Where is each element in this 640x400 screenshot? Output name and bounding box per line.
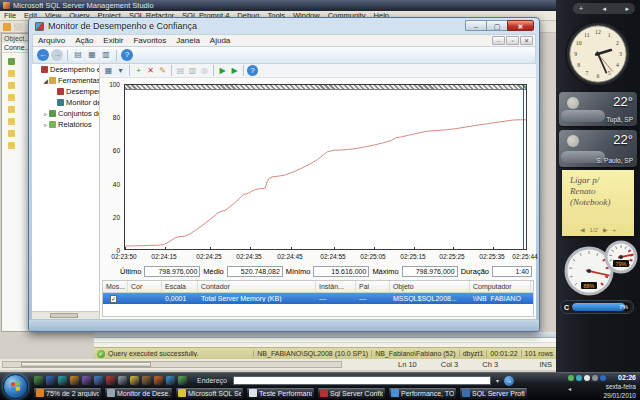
sidebar-controls[interactable]: + ◂ ▸: [573, 3, 635, 14]
perfmon-menu-item[interactable]: Favoritos: [128, 36, 171, 45]
column-header[interactable]: Contador: [198, 281, 316, 292]
copy-properties-icon[interactable]: ▤: [175, 65, 186, 76]
quicklaunch-icon[interactable]: [142, 376, 151, 385]
taskbar-window-button[interactable]: SQL Server Profile...: [459, 387, 528, 399]
child-restore-button[interactable]: ▫: [506, 36, 519, 45]
tree-item[interactable]: Desempenho d...: [32, 86, 99, 97]
object-explorer-node-icon[interactable]: [8, 94, 15, 101]
weather-gadget-saopaulo[interactable]: 22° S. Paulo, SP: [559, 130, 637, 167]
perfmon-menu-item[interactable]: Ajuda: [205, 36, 235, 45]
maximize-button[interactable]: ▢: [486, 20, 507, 31]
quicklaunch-icon[interactable]: [58, 376, 67, 385]
object-explorer-node-icon[interactable]: [8, 142, 15, 149]
column-header[interactable]: Pai: [356, 281, 390, 292]
update-data-icon[interactable]: ▶: [229, 65, 240, 76]
show-hide-tree-icon[interactable]: ▤: [72, 49, 84, 61]
notes-gadget[interactable]: Ligar p/Renato(Notebook) ◀ 1/2 ▶ +: [562, 170, 634, 236]
taskbar-window-button[interactable]: 75% de 2 arquivo...: [33, 387, 102, 399]
column-header[interactable]: Escala: [162, 281, 198, 292]
quicklaunch-icon[interactable]: [154, 376, 163, 385]
close-button[interactable]: ✕: [507, 20, 534, 31]
horizontal-scrollbar[interactable]: [2, 361, 342, 368]
object-explorer-node-icon[interactable]: [8, 130, 15, 137]
child-close-button[interactable]: ✕: [520, 36, 533, 45]
child-minimize-button[interactable]: –: [492, 36, 505, 45]
tree-horizontal-scrollbar[interactable]: [32, 311, 99, 319]
object-explorer-node-icon[interactable]: [8, 118, 15, 125]
address-input[interactable]: [233, 376, 491, 385]
object-explorer-node-icon[interactable]: [8, 106, 15, 113]
scrollbar-thumb[interactable]: [21, 362, 151, 367]
new-query-icon[interactable]: [3, 23, 11, 31]
note-next-icon[interactable]: ▶: [603, 226, 608, 233]
perfmon-titlebar[interactable]: Monitor de Desempenho e Confiança – ▢ ✕: [29, 18, 539, 34]
help-icon[interactable]: ?: [247, 65, 258, 76]
chart-type-icon[interactable]: ▾: [115, 65, 126, 76]
perfmon-menu-item[interactable]: Arquivo: [33, 36, 70, 45]
expanded-arrow-icon[interactable]: ◢: [42, 77, 49, 84]
quicklaunch-icon[interactable]: [34, 376, 43, 385]
zoom-icon[interactable]: ◎: [199, 65, 210, 76]
open-file-icon[interactable]: [14, 23, 22, 31]
weather-gadget-tupa[interactable]: 22° Tupã, SP: [559, 92, 637, 126]
column-header[interactable]: Cor: [128, 281, 162, 292]
quicklaunch-icon[interactable]: [46, 376, 55, 385]
add-counter-icon[interactable]: +: [133, 65, 144, 76]
column-header[interactable]: Computador: [470, 281, 531, 292]
tray-clock[interactable]: 02:26: [618, 374, 636, 381]
cpu-meter-gadget[interactable]: 88%79%: [558, 240, 638, 296]
minimize-button[interactable]: –: [465, 20, 486, 31]
delete-counter-icon[interactable]: ✕: [145, 65, 156, 76]
tray-status-icon[interactable]: [600, 375, 606, 381]
quicklaunch-icon[interactable]: [166, 376, 175, 385]
quicklaunch-icon[interactable]: [94, 376, 103, 385]
back-icon[interactable]: ←: [37, 49, 49, 61]
properties-icon[interactable]: ▦: [86, 49, 98, 61]
quicklaunch-icon[interactable]: [106, 376, 115, 385]
column-header[interactable]: Objeto: [390, 281, 470, 292]
prev-page-icon[interactable]: ◂: [603, 5, 607, 13]
perfmon-menu-item[interactable]: Janela: [171, 36, 205, 45]
note-prev-icon[interactable]: ◀: [580, 226, 585, 233]
highlight-icon[interactable]: ✎: [157, 65, 168, 76]
quicklaunch-icon[interactable]: [130, 376, 139, 385]
tray-status-icon[interactable]: [584, 375, 590, 381]
ssms-menu-item[interactable]: File: [0, 11, 20, 20]
object-explorer-node-icon[interactable]: [8, 70, 15, 77]
column-header[interactable]: Instân...: [316, 281, 356, 292]
checkbox-checked-icon[interactable]: ✓: [110, 295, 117, 303]
object-explorer-node-icon[interactable]: [8, 82, 15, 89]
taskbar-window-button[interactable]: Monitor de Dese...: [104, 387, 173, 399]
column-header[interactable]: Mos...: [103, 281, 128, 292]
freeze-display-icon[interactable]: ▶: [217, 65, 228, 76]
note-add-icon[interactable]: +: [613, 227, 617, 233]
tray-status-icon[interactable]: [592, 375, 598, 381]
tree-item[interactable]: Desempenho e Confi...: [32, 64, 99, 75]
export-icon[interactable]: ▥: [100, 49, 112, 61]
quicklaunch-icon[interactable]: [178, 376, 187, 385]
taskbar-window-button[interactable]: Microsoft SQL Ser...: [175, 387, 244, 399]
add-gadget-icon[interactable]: +: [579, 5, 583, 12]
paste-counter-list-icon[interactable]: ▥: [187, 65, 198, 76]
clock-gadget[interactable]: 123456789101112: [564, 20, 632, 88]
tray-status-icon[interactable]: [568, 375, 574, 381]
collapsed-arrow-icon[interactable]: ▹: [42, 110, 49, 117]
help-icon[interactable]: ?: [121, 49, 133, 61]
quicklaunch-icon[interactable]: [82, 376, 91, 385]
tray-status-icon[interactable]: [576, 375, 582, 381]
taskbar-window-button[interactable]: Sql Server Config...: [317, 387, 386, 399]
scrollbar-thumb[interactable]: [50, 313, 78, 318]
tree-item[interactable]: ▹Relatórios: [32, 119, 99, 130]
taskbar-window-button[interactable]: Teste Performanc...: [246, 387, 315, 399]
next-page-icon[interactable]: ▸: [625, 5, 629, 13]
perfmon-menu-item[interactable]: Exibir: [98, 36, 128, 45]
tree-item[interactable]: ▹Conjuntos de Col...: [32, 108, 99, 119]
ssms-titlebar[interactable]: Microsoft SQL Server Management Studio: [0, 0, 556, 11]
quicklaunch-icon[interactable]: [70, 376, 79, 385]
collapsed-arrow-icon[interactable]: ▹: [42, 121, 49, 128]
tree-item[interactable]: Monitor de Co...: [32, 97, 99, 108]
drive-meter-gadget[interactable]: C 7%: [560, 300, 634, 314]
quicklaunch-icon[interactable]: [118, 376, 127, 385]
tray-expand-icon[interactable]: ◂: [568, 385, 571, 392]
object-explorer-node-icon[interactable]: [8, 58, 15, 65]
